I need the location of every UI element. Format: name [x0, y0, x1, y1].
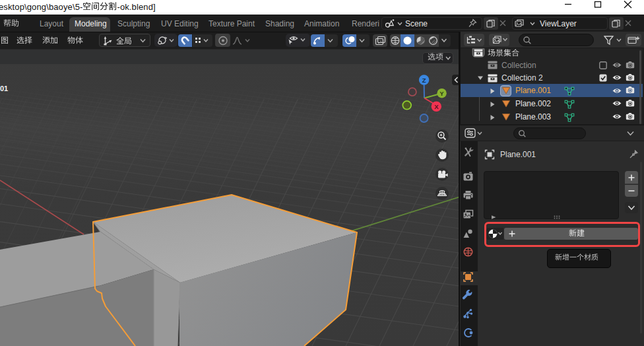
svg-text:Y: Y [440, 90, 444, 97]
svg-text:Z: Z [422, 77, 426, 84]
svg-text:X: X [434, 103, 439, 110]
